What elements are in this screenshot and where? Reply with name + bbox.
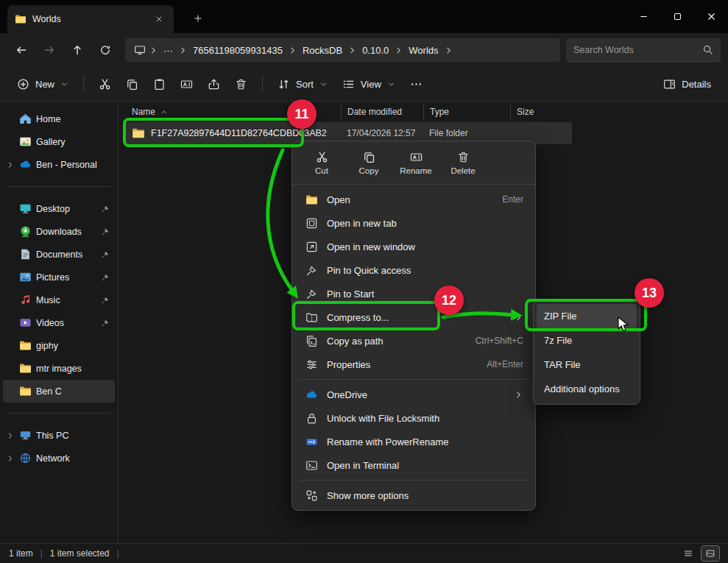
menu-item-label: Unlock with File Locksmith [327, 413, 523, 424]
list-view-toggle[interactable] [679, 546, 697, 561]
column-header-date-modified[interactable]: Date modified [341, 103, 423, 121]
search-icon[interactable] [702, 44, 713, 55]
quickaction-label: Copy [359, 166, 379, 175]
quickaction-rename[interactable]: Rename [397, 146, 435, 180]
delete-button[interactable] [228, 71, 254, 96]
menu-separator [300, 379, 528, 380]
folder-icon [19, 362, 32, 375]
menu-item-properties[interactable]: PropertiesAlt+Enter [295, 353, 532, 376]
more-options-button[interactable] [403, 71, 429, 96]
sidebar-item-mtr-images[interactable]: mtr images [3, 357, 115, 380]
tab-close-button[interactable] [152, 12, 166, 26]
sidebar-item-giphy[interactable]: giphy [3, 334, 115, 357]
sidebar-item-music[interactable]: Music [3, 288, 115, 311]
paste-button[interactable] [146, 71, 172, 96]
monitor-icon [134, 44, 146, 56]
refresh-button[interactable] [91, 38, 119, 62]
plus-icon [193, 13, 203, 24]
sidebar-item-downloads[interactable]: Downloads [3, 220, 115, 243]
breadcrumb-segment-rocksdb[interactable]: RocksDB [297, 43, 347, 58]
column-header-type[interactable]: Type [423, 103, 510, 121]
thumbnail-view-toggle[interactable] [702, 546, 719, 561]
details-button[interactable]: Details [657, 71, 718, 96]
menu-item-open-in-new-window[interactable]: Open in new window [295, 235, 532, 258]
pin-icon [101, 272, 110, 282]
close-button[interactable] [694, 0, 728, 33]
powerrename-icon [305, 436, 318, 448]
rename-button[interactable] [174, 71, 199, 96]
delete-icon [235, 78, 247, 91]
menu-item-show-more-options[interactable]: Show more options [295, 484, 532, 507]
up-button[interactable] [63, 38, 91, 62]
share-button[interactable] [201, 71, 227, 96]
sidebar: HomeGalleryBen - PersonalDesktopDownload… [0, 102, 119, 543]
close-icon [155, 15, 163, 24]
new-tab-button[interactable] [188, 9, 208, 28]
sidebar-item-ben-personal[interactable]: Ben - Personal [3, 153, 115, 176]
open-new-tab-icon [305, 217, 318, 230]
sidebar-item-pictures[interactable]: Pictures [3, 266, 115, 288]
status-divider: | [117, 548, 119, 559]
submenu-item-tar-file[interactable]: TAR File [537, 353, 637, 377]
back-button[interactable] [7, 38, 35, 62]
menu-item-copy-as-path[interactable]: Copy as pathCtrl+Shift+C [295, 329, 532, 353]
menu-item-onedrive[interactable]: OneDrive [295, 383, 532, 406]
forward-button[interactable] [35, 38, 63, 62]
menu-item-open-in-new-tab[interactable]: Open in new tab [295, 211, 532, 235]
back-icon [15, 44, 27, 56]
view-icon [342, 78, 355, 91]
menu-item-compress-to[interactable]: Compress to... [295, 305, 532, 329]
sidebar-item-home[interactable]: Home [3, 107, 115, 130]
quickaction-cut[interactable]: Cut [303, 146, 341, 180]
cut-button[interactable] [92, 71, 118, 96]
search-box [566, 38, 721, 62]
breadcrumb-segment-0-10-0[interactable]: 0.10.0 [357, 43, 394, 58]
quickaction-copy[interactable]: Copy [350, 146, 388, 180]
menu-item-pin-to-start[interactable]: Pin to Start [295, 282, 532, 305]
breadcrumb-segment-worlds[interactable]: Worlds [403, 43, 443, 58]
breadcrumb[interactable]: ···76561198059931435RocksDB0.10.0Worlds [125, 38, 560, 62]
menu-item-unlock-with-file-locksmith[interactable]: Unlock with File Locksmith [295, 406, 532, 430]
submenu-item-additional-options[interactable]: Additional options [537, 377, 637, 401]
sidebar-item-desktop[interactable]: Desktop [3, 197, 115, 220]
sidebar-item-documents[interactable]: Documents [3, 243, 115, 266]
menu-item-open-in-terminal[interactable]: Open in Terminal [295, 453, 532, 477]
column-header-size[interactable]: Size [510, 103, 572, 121]
refresh-icon [99, 44, 111, 56]
pin-outline-icon [305, 288, 318, 300]
sidebar-item-videos[interactable]: Videos [3, 311, 115, 334]
submenu-item-7z-file[interactable]: 7z File [537, 328, 637, 353]
close-icon [706, 11, 717, 22]
titlebar: Worlds [0, 0, 728, 33]
view-button[interactable]: View [336, 71, 402, 96]
new-button[interactable]: New [10, 71, 75, 96]
chevron-right-icon [6, 341, 15, 350]
quickaction-label: Delete [450, 166, 475, 175]
sidebar-item-this-pc[interactable]: This PC [3, 424, 115, 447]
menu-item-open[interactable]: OpenEnter [295, 188, 532, 211]
sidebar-item-network[interactable]: Network [3, 447, 115, 470]
menu-item-rename-with-powerrename[interactable]: Rename with PowerRename [295, 430, 532, 453]
chevron-right-icon[interactable] [6, 454, 15, 463]
submenu-item-zip-file[interactable]: ZIP File [537, 304, 637, 328]
breadcrumb-segment-76561198059931435[interactable]: 76561198059931435 [188, 43, 288, 58]
sidebar-separator [7, 186, 110, 187]
tab-worlds[interactable]: Worlds [7, 5, 174, 33]
forward-icon [43, 44, 55, 56]
sidebar-item-label: Ben - Personal [36, 160, 110, 170]
chevron-right-icon[interactable] [6, 160, 15, 169]
sidebar-item-gallery[interactable]: Gallery [3, 130, 115, 153]
sidebar-item-ben-c[interactable]: Ben C [3, 380, 115, 403]
quickaction-delete[interactable]: Delete [444, 146, 482, 180]
maximize-button[interactable] [660, 0, 694, 33]
sort-button[interactable]: Sort [271, 71, 334, 96]
chevron-right-icon[interactable] [6, 431, 15, 440]
menu-item-pin-to-quick-access[interactable]: Pin to Quick access [295, 258, 532, 282]
badge-number: 12 [442, 293, 456, 308]
copy-button[interactable] [119, 71, 145, 96]
onedrive-icon [305, 389, 318, 401]
terminal-icon [305, 459, 318, 472]
breadcrumb-overflow[interactable]: ··· [158, 43, 178, 58]
minimize-button[interactable] [626, 0, 660, 33]
search-input[interactable] [573, 45, 696, 55]
